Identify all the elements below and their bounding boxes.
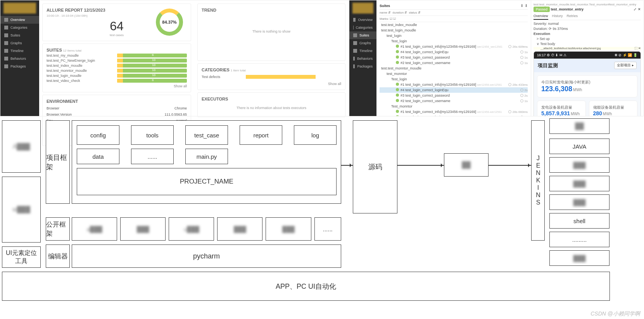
defect-bar: [246, 75, 316, 79]
tree-item[interactable]: #2 test_login_correct_username1s: [380, 98, 528, 104]
phone-title: 项目监测: [538, 62, 558, 69]
pycharm-box: pycharm: [72, 244, 341, 268]
setup-section[interactable]: > Set up: [534, 37, 641, 41]
tab-retries[interactable]: Retries: [567, 13, 578, 20]
all-projects-button[interactable]: 全部项目 ▸: [614, 62, 637, 69]
right-item-2: ███: [549, 176, 609, 191]
logo: [352, 3, 373, 14]
suite-row[interactable]: test.test_my_moudle6: [47, 54, 187, 57]
project-name-box: PROJECT_NAME: [77, 168, 337, 195]
folder-config: config: [77, 125, 119, 145]
box-icon: [4, 64, 8, 68]
sidebar-item-overview[interactable]: Overview: [0, 16, 39, 24]
sidebar-item-suites[interactable]: Suites: [349, 31, 376, 39]
tree-item[interactable]: #2 test_login_correct_username1s: [380, 60, 528, 66]
trend-card: TREND There is nothing to show: [197, 3, 345, 61]
suite-bar: 10: [117, 69, 187, 73]
right-top-blur: ██: [549, 118, 609, 134]
sidebar-item-timeline[interactable]: Timeline: [0, 47, 39, 55]
arrow-3: [489, 165, 531, 166]
suite-row[interactable]: test.test_monntor_moudle10: [47, 69, 187, 73]
summary-card: ALLURE REPORT 12/15/2023 10:00:19 - 16:1…: [42, 3, 191, 41]
tab-history[interactable]: History: [552, 13, 563, 20]
chart-icon: [353, 41, 357, 45]
show-all-link[interactable]: Show all: [47, 84, 187, 88]
status-dot-icon: [396, 61, 399, 64]
tree-item[interactable]: Test_login: [380, 76, 528, 82]
open-framework-item: ......: [314, 217, 341, 241]
tree-item[interactable]: #3 test_login_correct_password1s: [380, 55, 528, 60]
ui-locator-tools-box: UI元素定位工具: [2, 246, 41, 268]
open-framework-item: a███: [72, 217, 117, 241]
expand-icon[interactable]: ⤢ ✕: [634, 7, 641, 11]
right-item-5: .........: [549, 232, 609, 247]
tree-item[interactable]: Test_login: [380, 38, 528, 44]
filter-row[interactable]: name ⇵ duration ⇵ status ⇵: [380, 10, 528, 16]
testbody-section[interactable]: ∨ Test body: [534, 42, 641, 46]
suite-row[interactable]: test.test_video_check6: [47, 79, 187, 83]
open-framework-item: ███: [120, 217, 166, 241]
allure-sidebar-2: Overview Categories Suites Graphs Timeli…: [349, 0, 376, 116]
power-today-card: 今日实时发电量(每小时更新) 123.6,308MWh: [537, 75, 637, 97]
gen-capacity-card: 发电设备装机容量 5,857.9,931MWh: [537, 101, 586, 116]
arrow-1: [341, 165, 353, 166]
suites-card: SUITES 12 items total test.test_my_moudl…: [42, 43, 191, 92]
tree-item[interactable]: test.test_login_moudle: [380, 28, 528, 33]
suite-bar: 6: [117, 79, 187, 83]
tree-item[interactable]: #4 test_login_correct_loginEqu1s: [380, 49, 528, 55]
tree-item[interactable]: #4 test_login_correct_loginEqu1s: [380, 114, 528, 116]
suite-bar: 10: [117, 59, 187, 62]
chart-icon: [4, 41, 8, 45]
folder-report: report: [240, 125, 282, 145]
tree-item[interactable]: #1 test_login_correct_info[my123456-my12…: [380, 82, 528, 87]
suite-row[interactable]: test.test_index_moudle10: [47, 64, 187, 68]
test-title: test_monntor_entry: [551, 7, 584, 11]
tree-item[interactable]: test.test_monntor_moudle: [380, 66, 528, 71]
sidebar-item-graphs[interactable]: Graphs: [0, 39, 39, 47]
flag-icon: [4, 57, 8, 61]
tree-item[interactable]: #4 test_login_correct_loginEqu2s: [380, 87, 528, 93]
arrow-2: [397, 165, 444, 166]
left-box-1: A███: [2, 120, 41, 173]
home-icon: [353, 18, 356, 22]
sidebar-item-suites[interactable]: Suites: [0, 31, 39, 39]
tree-item[interactable]: test_login: [380, 33, 528, 38]
suite-row[interactable]: test.test_PC_NewEnerge_login10: [47, 59, 187, 62]
tree-item[interactable]: #3 test_login_correct_password2s: [380, 93, 528, 98]
status-dot-icon: [396, 83, 399, 86]
tree-item[interactable]: #1 test_login_correct_info[my123456-my12…: [380, 44, 528, 49]
bottom-title-box: APP、PC UI自动化: [2, 272, 610, 301]
sidebar-item-behaviors[interactable]: Behaviors: [349, 55, 376, 62]
left-box-2: w███: [2, 177, 41, 243]
tree-item[interactable]: #1 test_login_correct_info[my123456-my12…: [380, 109, 528, 114]
sidebar-item-categories[interactable]: Categories: [349, 24, 376, 31]
storage-capacity-card: 储能设备装机容量 280MWh: [589, 101, 638, 116]
sidebar-item-graphs[interactable]: Graphs: [349, 39, 376, 47]
right-item-1: ███: [549, 157, 609, 173]
status-dot-icon: [396, 45, 399, 48]
sidebar-item-packages[interactable]: Packages: [0, 62, 39, 70]
retry-icon: [520, 116, 523, 116]
sidebar-item-overview[interactable]: Overview: [349, 16, 376, 24]
show-all-link[interactable]: Show all: [202, 82, 341, 86]
tree-item[interactable]: test.test_index_moudle: [380, 22, 528, 28]
sidebar-item-behaviors[interactable]: Behaviors: [0, 55, 39, 62]
tree-item[interactable]: test_monntor: [380, 71, 528, 76]
suite-row[interactable]: test.test_login_moudle10: [47, 74, 187, 78]
folder-data: data: [77, 149, 119, 164]
project-container: configtoolstest_casereportlog data......…: [72, 120, 341, 204]
sidebar-item-packages[interactable]: Packages: [349, 62, 376, 70]
tree-item[interactable]: Test_monntor: [380, 104, 528, 109]
retry-icon: [508, 83, 511, 86]
retry-icon: [508, 45, 511, 48]
categories-card: CATEGORIES 1 item total Test defects Sho…: [197, 63, 345, 90]
list-icon: [353, 33, 357, 37]
csv-export-icon[interactable]: ⬇ ⬇: [520, 3, 528, 8]
status-dot-icon: [396, 50, 399, 53]
sidebar-item-timeline[interactable]: Timeline: [349, 47, 376, 55]
attachment-link[interactable]: __attach0_testMethod.testMonntor.attachm…: [540, 47, 601, 50]
tab-overview[interactable]: Overview: [534, 13, 548, 20]
executors-card: EXECUTORS There is no information about …: [197, 92, 345, 117]
sidebar-item-categories[interactable]: Categories: [0, 24, 39, 31]
right-item-4: shell: [549, 213, 609, 229]
